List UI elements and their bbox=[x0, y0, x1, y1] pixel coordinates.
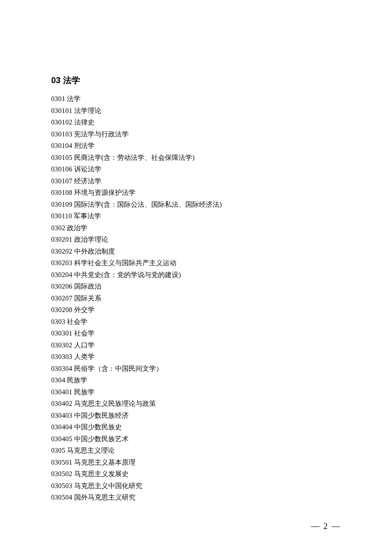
entry-text: 科学社会主义与国际共产主义运动 bbox=[74, 259, 176, 266]
heading-code: 03 bbox=[51, 75, 61, 85]
list-item: 030304民俗学（含：中国民间文学） bbox=[51, 363, 341, 375]
list-item: 030105民商法学(含：劳动法学、社会保障法学) bbox=[51, 152, 341, 164]
list-item: 030203科学社会主义与国际共产主义运动 bbox=[51, 257, 341, 269]
entry-text: 政治学理论 bbox=[74, 236, 108, 243]
entry-text: 法学 bbox=[67, 95, 81, 102]
entry-text: 马克思主义发展史 bbox=[74, 470, 129, 477]
entry-text: 中外政治制度 bbox=[74, 248, 115, 255]
entry-text: 宪法学与行政法学 bbox=[74, 130, 129, 138]
entry-code: 030107 bbox=[51, 177, 72, 185]
entry-text: 法学理论 bbox=[74, 107, 101, 114]
entry-code: 030301 bbox=[51, 330, 72, 337]
entry-code: 030405 bbox=[51, 435, 72, 442]
entry-code: 030201 bbox=[51, 236, 72, 243]
entry-text: 政治学 bbox=[67, 224, 87, 231]
entry-code: 030401 bbox=[51, 388, 72, 396]
entry-text: 社会学 bbox=[67, 318, 87, 325]
entry-code: 030104 bbox=[51, 142, 72, 149]
entry-code: 030101 bbox=[51, 107, 72, 114]
list-item: 030202中外政治制度 bbox=[51, 246, 341, 257]
entry-text: 国际法学(含：国际公法、国际私法、国际经济法) bbox=[74, 201, 222, 208]
list-item: 0303社会学 bbox=[51, 316, 341, 328]
list-item: 030401民族学 bbox=[51, 386, 341, 398]
list-item: 030101法学理论 bbox=[51, 105, 341, 117]
page-number: — 2 — bbox=[311, 521, 341, 531]
list-item: 030405中国少数民族艺术 bbox=[51, 433, 341, 445]
entry-code: 0302 bbox=[51, 224, 65, 231]
list-item: 030207国际关系 bbox=[51, 292, 341, 304]
list-item: 030103宪法学与行政法学 bbox=[51, 128, 341, 140]
list-item: 030206国际政治 bbox=[51, 280, 341, 292]
entry-text: 法律史 bbox=[74, 119, 95, 126]
list-item: 030204中共党史(含：党的学说与党的建设) bbox=[51, 269, 341, 281]
entry-text: 社会学 bbox=[74, 330, 95, 337]
list-item: 030110军事法学 bbox=[51, 210, 341, 222]
entry-code: 030202 bbox=[51, 248, 72, 255]
entry-code: 030402 bbox=[51, 400, 72, 407]
entry-text: 人类学 bbox=[74, 353, 95, 360]
entry-text: 军事法学 bbox=[74, 212, 101, 220]
heading-title: 法学 bbox=[63, 75, 80, 85]
list-item: 030201政治学理论 bbox=[51, 234, 341, 246]
entry-text: 经济法学 bbox=[74, 177, 101, 185]
entry-code: 030108 bbox=[51, 189, 72, 196]
entry-code: 030105 bbox=[51, 154, 72, 161]
entry-code: 030303 bbox=[51, 353, 72, 360]
section-heading: 03 法学 bbox=[51, 75, 341, 86]
entry-code: 030204 bbox=[51, 271, 72, 278]
entry-text: 中国少数民族史 bbox=[74, 423, 122, 431]
list-item: 030503马克思主义中国化研究 bbox=[51, 480, 341, 492]
entry-code: 030302 bbox=[51, 341, 72, 349]
entry-code: 030403 bbox=[51, 412, 72, 419]
entry-code: 0305 bbox=[51, 447, 65, 454]
list-item: 030107经济法学 bbox=[51, 175, 341, 187]
list-item: 030504国外马克思主义研究 bbox=[51, 491, 341, 503]
entry-text: 中国少数民族艺术 bbox=[74, 435, 129, 442]
list-item: 030404中国少数民族史 bbox=[51, 421, 341, 433]
entry-code: 030110 bbox=[51, 212, 72, 220]
entry-text: 马克思主义理论 bbox=[67, 447, 115, 454]
list-item: 030104刑法学 bbox=[51, 140, 341, 152]
entry-text: 民商法学(含：劳动法学、社会保障法学) bbox=[74, 154, 195, 161]
list-item: 030402马克思主义民族理论与政策 bbox=[51, 398, 341, 410]
entry-text: 马克思主义中国化研究 bbox=[74, 482, 142, 489]
entry-code: 030206 bbox=[51, 283, 72, 290]
entry-code: 030208 bbox=[51, 306, 72, 313]
entry-code: 030102 bbox=[51, 119, 72, 126]
entry-list: 0301法学030101法学理论030102法律史030103宪法学与行政法学0… bbox=[51, 93, 341, 503]
entry-text: 民族学 bbox=[67, 376, 87, 384]
entry-text: 国际关系 bbox=[74, 295, 101, 302]
entry-code: 0301 bbox=[51, 95, 65, 102]
list-item: 0305马克思主义理论 bbox=[51, 445, 341, 457]
list-item: 030502马克思主义发展史 bbox=[51, 468, 341, 480]
list-item: 030102法律史 bbox=[51, 116, 341, 128]
entry-text: 马克思主义民族理论与政策 bbox=[74, 400, 156, 407]
entry-text: 环境与资源保护法学 bbox=[74, 189, 135, 196]
entry-text: 国际政治 bbox=[74, 283, 101, 290]
entry-code: 030109 bbox=[51, 201, 72, 208]
entry-code: 030106 bbox=[51, 165, 72, 173]
list-item: 0301法学 bbox=[51, 93, 341, 105]
entry-text: 民族学 bbox=[74, 388, 95, 396]
list-item: 030403中国少数民族经济 bbox=[51, 410, 341, 422]
entry-text: 马克思主义基本原理 bbox=[74, 459, 135, 466]
entry-text: 国外马克思主义研究 bbox=[74, 494, 135, 501]
list-item: 030501马克思主义基本原理 bbox=[51, 457, 341, 468]
entry-text: 刑法学 bbox=[74, 142, 95, 149]
entry-code: 0304 bbox=[51, 376, 65, 384]
entry-code: 030304 bbox=[51, 365, 72, 372]
list-item: 030208外交学 bbox=[51, 304, 341, 316]
list-item: 030108环境与资源保护法学 bbox=[51, 187, 341, 199]
entry-code: 030503 bbox=[51, 482, 72, 489]
entry-code: 0303 bbox=[51, 318, 65, 325]
list-item: 030301社会学 bbox=[51, 327, 341, 339]
entry-text: 中共党史(含：党的学说与党的建设) bbox=[74, 271, 181, 278]
entry-code: 030404 bbox=[51, 423, 72, 431]
entry-code: 030207 bbox=[51, 295, 72, 302]
entry-code: 030504 bbox=[51, 494, 72, 501]
list-item: 0304民族学 bbox=[51, 374, 341, 386]
list-item: 0302政治学 bbox=[51, 222, 341, 234]
entry-code: 030501 bbox=[51, 459, 72, 466]
entry-text: 外交学 bbox=[74, 306, 95, 313]
entry-text: 中国少数民族经济 bbox=[74, 412, 129, 419]
